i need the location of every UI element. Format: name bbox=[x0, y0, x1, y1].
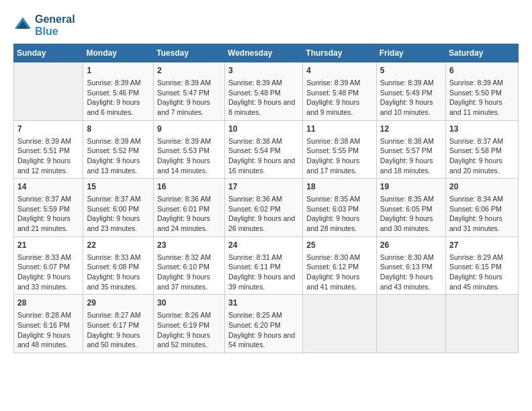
weekday-header-thursday: Thursday bbox=[303, 44, 376, 62]
calendar-cell: 8Sunrise: 8:39 AMSunset: 5:52 PMDaylight… bbox=[83, 120, 154, 179]
day-number: 6 bbox=[449, 65, 515, 77]
sunrise: Sunrise: 8:35 AM bbox=[306, 195, 360, 203]
daylight: Daylight: 9 hours and 17 minutes. bbox=[306, 156, 359, 175]
calendar-cell: 10Sunrise: 8:38 AMSunset: 5:54 PMDayligh… bbox=[225, 120, 303, 179]
calendar-cell: 5Sunrise: 8:39 AMSunset: 5:49 PMDaylight… bbox=[376, 62, 445, 121]
daylight: Daylight: 9 hours and 21 minutes. bbox=[17, 214, 71, 232]
sunset: Sunset: 6:01 PM bbox=[157, 205, 210, 213]
sunrise: Sunrise: 8:33 AM bbox=[17, 253, 71, 261]
daylight: Daylight: 9 hours and 18 minutes. bbox=[380, 156, 433, 175]
calendar-cell: 17Sunrise: 8:36 AMSunset: 6:02 PMDayligh… bbox=[225, 179, 303, 237]
calendar-cell: 12Sunrise: 8:38 AMSunset: 5:57 PMDayligh… bbox=[376, 120, 445, 179]
weekday-header-saturday: Saturday bbox=[446, 44, 519, 62]
sunset: Sunset: 6:17 PM bbox=[87, 321, 139, 329]
daylight: Daylight: 9 hours and 20 minutes. bbox=[449, 156, 502, 175]
daylight: Daylight: 9 hours and 16 minutes. bbox=[228, 156, 295, 175]
sunset: Sunset: 5:49 PM bbox=[380, 89, 433, 97]
day-number: 23 bbox=[157, 240, 221, 251]
sunset: Sunset: 6:20 PM bbox=[228, 321, 281, 329]
weekday-header-wednesday: Wednesday bbox=[225, 44, 303, 62]
daylight: Daylight: 9 hours and 6 minutes. bbox=[87, 98, 140, 116]
calendar-cell: 24Sunrise: 8:31 AMSunset: 6:11 PMDayligh… bbox=[225, 236, 303, 295]
calendar-cell: 23Sunrise: 8:32 AMSunset: 6:10 PMDayligh… bbox=[154, 236, 225, 295]
day-number: 4 bbox=[306, 65, 372, 77]
daylight: Daylight: 9 hours and 35 minutes. bbox=[87, 273, 140, 291]
day-number: 19 bbox=[380, 181, 442, 193]
calendar-cell: 19Sunrise: 8:35 AMSunset: 6:05 PMDayligh… bbox=[376, 179, 445, 237]
week-row-5: 28Sunrise: 8:28 AMSunset: 6:16 PMDayligh… bbox=[14, 295, 519, 353]
week-row-3: 14Sunrise: 8:37 AMSunset: 5:59 PMDayligh… bbox=[14, 179, 519, 237]
calendar-cell: 21Sunrise: 8:33 AMSunset: 6:07 PMDayligh… bbox=[14, 236, 83, 295]
calendar-cell: 20Sunrise: 8:34 AMSunset: 6:06 PMDayligh… bbox=[446, 179, 519, 237]
daylight: Daylight: 9 hours and 14 minutes. bbox=[157, 156, 210, 175]
sunrise: Sunrise: 8:35 AM bbox=[380, 195, 434, 203]
day-number: 30 bbox=[157, 298, 221, 309]
day-number: 25 bbox=[306, 240, 372, 251]
sunrise: Sunrise: 8:39 AM bbox=[17, 137, 71, 145]
day-number: 27 bbox=[449, 240, 515, 251]
sunset: Sunset: 5:51 PM bbox=[17, 146, 70, 154]
calendar-cell: 6Sunrise: 8:39 AMSunset: 5:50 PMDaylight… bbox=[446, 62, 519, 121]
calendar-cell: 13Sunrise: 8:37 AMSunset: 5:58 PMDayligh… bbox=[446, 120, 519, 179]
daylight: Daylight: 9 hours and 26 minutes. bbox=[228, 214, 295, 232]
sunset: Sunset: 5:50 PM bbox=[449, 89, 502, 97]
day-number: 8 bbox=[87, 124, 150, 135]
day-number: 28 bbox=[17, 298, 79, 309]
logo-text: General Blue bbox=[35, 13, 75, 37]
sunset: Sunset: 5:47 PM bbox=[157, 89, 210, 97]
daylight: Daylight: 9 hours and 52 minutes. bbox=[157, 331, 210, 349]
logo-icon bbox=[13, 16, 32, 35]
sunrise: Sunrise: 8:38 AM bbox=[306, 137, 360, 145]
calendar-cell: 11Sunrise: 8:38 AMSunset: 5:55 PMDayligh… bbox=[303, 120, 376, 179]
daylight: Daylight: 9 hours and 43 minutes. bbox=[380, 273, 433, 291]
daylight: Daylight: 9 hours and 45 minutes. bbox=[449, 273, 502, 291]
sunrise: Sunrise: 8:39 AM bbox=[87, 79, 140, 87]
sunset: Sunset: 6:03 PM bbox=[306, 205, 359, 213]
calendar-table: SundayMondayTuesdayWednesdayThursdayFrid… bbox=[13, 44, 519, 353]
daylight: Daylight: 9 hours and 9 minutes. bbox=[306, 98, 359, 116]
day-number: 10 bbox=[228, 124, 299, 135]
day-number: 1 bbox=[87, 65, 150, 77]
sunset: Sunset: 5:52 PM bbox=[87, 146, 139, 154]
sunrise: Sunrise: 8:39 AM bbox=[87, 137, 140, 145]
sunset: Sunset: 6:00 PM bbox=[87, 205, 139, 213]
calendar-cell bbox=[446, 295, 519, 353]
sunrise: Sunrise: 8:29 AM bbox=[449, 253, 503, 261]
daylight: Daylight: 9 hours and 41 minutes. bbox=[306, 273, 359, 291]
calendar-cell: 15Sunrise: 8:37 AMSunset: 6:00 PMDayligh… bbox=[83, 179, 154, 237]
day-number: 31 bbox=[228, 298, 299, 309]
daylight: Daylight: 9 hours and 33 minutes. bbox=[17, 273, 71, 291]
daylight: Daylight: 9 hours and 48 minutes. bbox=[17, 331, 71, 349]
day-number: 12 bbox=[380, 124, 442, 135]
sunset: Sunset: 5:59 PM bbox=[17, 205, 70, 213]
sunrise: Sunrise: 8:26 AM bbox=[157, 311, 211, 319]
calendar-cell: 1Sunrise: 8:39 AMSunset: 5:46 PMDaylight… bbox=[83, 62, 154, 121]
daylight: Daylight: 9 hours and 39 minutes. bbox=[228, 273, 295, 291]
sunset: Sunset: 6:05 PM bbox=[380, 205, 433, 213]
daylight: Daylight: 9 hours and 11 minutes. bbox=[449, 98, 502, 116]
sunrise: Sunrise: 8:39 AM bbox=[157, 79, 211, 87]
day-number: 15 bbox=[87, 181, 150, 193]
calendar-cell bbox=[376, 295, 445, 353]
sunset: Sunset: 5:55 PM bbox=[306, 146, 359, 154]
sunset: Sunset: 5:54 PM bbox=[228, 146, 281, 154]
weekday-header-sunday: Sunday bbox=[14, 44, 83, 62]
daylight: Daylight: 9 hours and 37 minutes. bbox=[157, 273, 210, 291]
calendar-cell: 16Sunrise: 8:36 AMSunset: 6:01 PMDayligh… bbox=[154, 179, 225, 237]
sunrise: Sunrise: 8:39 AM bbox=[449, 79, 503, 87]
day-number: 14 bbox=[17, 181, 79, 193]
sunrise: Sunrise: 8:37 AM bbox=[17, 195, 71, 203]
day-number: 5 bbox=[380, 65, 442, 77]
daylight: Daylight: 9 hours and 8 minutes. bbox=[228, 98, 295, 116]
daylight: Daylight: 9 hours and 31 minutes. bbox=[449, 214, 502, 232]
sunset: Sunset: 5:53 PM bbox=[157, 146, 210, 154]
day-number: 21 bbox=[17, 240, 79, 251]
calendar-cell: 2Sunrise: 8:39 AMSunset: 5:47 PMDaylight… bbox=[154, 62, 225, 121]
calendar-cell: 3Sunrise: 8:39 AMSunset: 5:48 PMDaylight… bbox=[225, 62, 303, 121]
sunrise: Sunrise: 8:39 AM bbox=[228, 79, 282, 87]
sunset: Sunset: 6:07 PM bbox=[17, 263, 70, 271]
day-number: 26 bbox=[380, 240, 442, 251]
daylight: Daylight: 9 hours and 23 minutes. bbox=[87, 214, 140, 232]
day-number: 13 bbox=[449, 124, 515, 135]
sunset: Sunset: 6:12 PM bbox=[306, 263, 359, 271]
